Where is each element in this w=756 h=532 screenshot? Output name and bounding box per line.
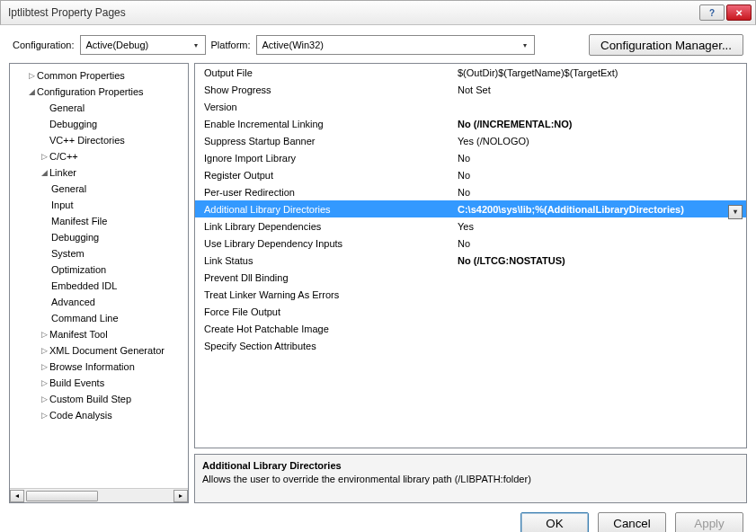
property-row[interactable]: Additional Library DirectoriesC:\s4200\s…: [195, 200, 746, 217]
property-row[interactable]: Create Hot Patchable Image: [195, 320, 746, 337]
description-title: Additional Library Directories: [202, 460, 739, 471]
tree-item-custom-build-step[interactable]: ▷Custom Build Step: [12, 391, 186, 407]
property-value[interactable]: C:\s4200\sys\lib;%(AdditionalLibraryDire…: [454, 204, 746, 215]
expand-collapsed-icon: ▷: [26, 71, 37, 80]
expand-collapsed-icon: ▷: [39, 152, 49, 161]
property-row[interactable]: Per-user RedirectionNo: [195, 183, 746, 200]
platform-value: Active(Win32): [262, 40, 324, 50]
tree-item-vcpp-directories[interactable]: VC++ Directories: [12, 132, 186, 148]
help-icon[interactable]: ?: [699, 4, 725, 21]
description-body: Allows the user to override the environm…: [202, 474, 739, 484]
property-value[interactable]: $(OutDir)$(TargetName)$(TargetExt): [454, 67, 746, 78]
tree-item-linker-advanced[interactable]: Advanced: [12, 294, 186, 310]
tree-item-configuration-properties[interactable]: ◢Configuration Properties: [12, 84, 186, 100]
property-row[interactable]: Treat Linker Warning As Errors: [195, 286, 746, 303]
expand-expanded-icon: ◢: [26, 87, 37, 96]
property-value[interactable]: Yes: [454, 221, 746, 232]
property-row[interactable]: Version: [195, 98, 746, 115]
scroll-right-icon[interactable]: ▸: [173, 490, 188, 502]
property-name: Per-user Redirection: [195, 187, 454, 198]
property-name: Link Library Dependencies: [195, 221, 454, 232]
title-bar: Iptlibtest Property Pages ? ✕: [0, 0, 756, 25]
property-row[interactable]: Ignore Import LibraryNo: [195, 149, 746, 166]
property-row[interactable]: Show ProgressNot Set: [195, 81, 746, 98]
expand-collapsed-icon: ▷: [39, 378, 49, 387]
property-name: Additional Library Directories: [195, 204, 454, 215]
scroll-left-icon[interactable]: ◂: [10, 490, 24, 502]
tree-horizontal-scrollbar[interactable]: ◂ ▸: [10, 488, 188, 502]
tree-item-linker-input[interactable]: Input: [12, 197, 186, 213]
tree-item-linker-general[interactable]: General: [12, 181, 186, 197]
property-name: Enable Incremental Linking: [195, 119, 454, 129]
cancel-button[interactable]: Cancel: [598, 512, 666, 532]
tree-item-debugging[interactable]: Debugging: [12, 116, 186, 132]
property-grid[interactable]: Output File$(OutDir)$(TargetName)$(Targe…: [194, 63, 747, 448]
property-name: Use Library Dependency Inputs: [195, 238, 454, 249]
platform-label: Platform:: [211, 40, 251, 50]
property-value[interactable]: No (/LTCG:NOSTATUS): [454, 255, 746, 266]
tree-item-linker-system[interactable]: System: [12, 245, 186, 262]
property-name: Suppress Startup Banner: [195, 136, 454, 146]
expand-expanded-icon: ◢: [39, 168, 49, 177]
property-row[interactable]: Specify Section Attributes: [195, 337, 746, 354]
configuration-manager-button[interactable]: Configuration Manager...: [589, 34, 743, 56]
property-value[interactable]: No: [454, 187, 746, 198]
configuration-value: Active(Debug): [86, 40, 149, 50]
scroll-track[interactable]: [24, 490, 173, 502]
property-value[interactable]: Yes (/NOLOGO): [454, 136, 746, 146]
tree-item-linker-debugging[interactable]: Debugging: [12, 229, 186, 245]
tree-item-code-analysis[interactable]: ▷Code Analysis: [12, 407, 186, 423]
expand-collapsed-icon: ▷: [39, 330, 49, 339]
tree-item-linker-manifest-file[interactable]: Manifest File: [12, 213, 186, 229]
configuration-combobox[interactable]: Active(Debug) ▾: [80, 35, 206, 55]
chevron-down-icon: ▾: [518, 38, 532, 52]
property-name: Create Hot Patchable Image: [195, 324, 454, 334]
expand-collapsed-icon: ▷: [39, 395, 49, 403]
property-row[interactable]: Register OutputNo: [195, 166, 746, 183]
property-value[interactable]: No: [454, 153, 746, 164]
property-row[interactable]: Link StatusNo (/LTCG:NOSTATUS): [195, 252, 746, 269]
property-row[interactable]: Prevent Dll Binding: [195, 269, 746, 286]
property-value[interactable]: Not Set: [454, 84, 746, 95]
tree-item-ccpp[interactable]: ▷C/C++: [12, 148, 186, 164]
window-title: Iptlibtest Property Pages: [8, 6, 699, 19]
tree-item-common-properties[interactable]: ▷Common Properties: [12, 67, 186, 84]
configuration-label: Configuration:: [13, 40, 75, 50]
property-row[interactable]: Force File Output: [195, 303, 746, 320]
property-row[interactable]: Output File$(OutDir)$(TargetName)$(Targe…: [195, 64, 746, 81]
property-name: Specify Section Attributes: [195, 341, 454, 351]
property-name: Show Progress: [195, 84, 454, 95]
tree-item-build-events[interactable]: ▷Build Events: [12, 375, 186, 391]
platform-combobox[interactable]: Active(Win32) ▾: [256, 35, 535, 55]
tree-item-linker-optimization[interactable]: Optimization: [12, 262, 186, 278]
property-row[interactable]: Suppress Startup BannerYes (/NOLOGO): [195, 132, 746, 149]
nav-tree-panel: ▷Common Properties ◢Configuration Proper…: [9, 63, 189, 503]
expand-collapsed-icon: ▷: [39, 346, 49, 355]
apply-button[interactable]: Apply: [675, 512, 743, 532]
tree-item-general[interactable]: General: [12, 100, 186, 116]
dropdown-icon[interactable]: ▾: [728, 205, 743, 219]
close-icon[interactable]: ✕: [726, 4, 752, 21]
property-name: Register Output: [195, 170, 454, 181]
tree-item-linker-embedded-idl[interactable]: Embedded IDL: [12, 278, 186, 294]
description-panel: Additional Library Directories Allows th…: [194, 454, 747, 503]
expand-collapsed-icon: ▷: [39, 362, 49, 371]
property-value[interactable]: No: [454, 170, 746, 181]
property-row[interactable]: Link Library DependenciesYes: [195, 217, 746, 235]
tree-item-linker[interactable]: ◢Linker: [12, 164, 186, 181]
tree-item-linker-command-line[interactable]: Command Line: [12, 310, 186, 326]
property-row[interactable]: Use Library Dependency InputsNo: [195, 235, 746, 252]
property-name: Ignore Import Library: [195, 153, 454, 164]
tree-item-xml-doc-generator[interactable]: ▷XML Document Generator: [12, 342, 186, 359]
property-name: Version: [195, 102, 454, 112]
property-value[interactable]: No: [454, 238, 746, 249]
property-name: Link Status: [195, 255, 454, 266]
ok-button[interactable]: OK: [520, 512, 589, 532]
property-value[interactable]: No (/INCREMENTAL:NO): [454, 119, 746, 129]
configuration-toolbar: Configuration: Active(Debug) ▾ Platform:…: [0, 25, 756, 63]
tree-item-manifest-tool[interactable]: ▷Manifest Tool: [12, 326, 186, 342]
property-row[interactable]: Enable Incremental LinkingNo (/INCREMENT…: [195, 115, 746, 132]
tree-item-browse-information[interactable]: ▷Browse Information: [12, 359, 186, 375]
scroll-thumb[interactable]: [26, 491, 98, 501]
nav-tree[interactable]: ▷Common Properties ◢Configuration Proper…: [10, 64, 188, 488]
